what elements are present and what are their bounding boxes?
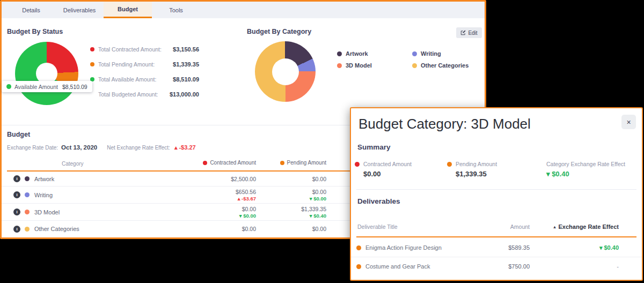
deliverable-title: Costume and Gear Pack bbox=[365, 263, 430, 270]
category-dot bbox=[25, 227, 30, 232]
summary-pending: Pending Amount $1,339.35 bbox=[447, 161, 497, 178]
legend-label: Total Pending Amount: bbox=[98, 61, 155, 68]
legend-label: Artwork bbox=[346, 50, 368, 57]
pending-amount: $1,339.35 bbox=[301, 206, 326, 212]
legend-row-available: Total Available Amount: $8,510.09 bbox=[90, 72, 199, 87]
summary-value: $0.00 bbox=[363, 170, 412, 178]
donut-hole bbox=[272, 58, 299, 85]
contracted-delta: ▴ -$3.67 bbox=[238, 196, 256, 202]
category-name: Artwork bbox=[34, 176, 54, 182]
edit-icon bbox=[460, 30, 466, 35]
category-name: 3D Model bbox=[34, 209, 60, 215]
tab-tools[interactable]: Tools bbox=[152, 2, 200, 18]
deliverable-dot bbox=[356, 245, 361, 250]
column-header-amount: Amount bbox=[510, 224, 530, 230]
contracted-delta: ▾ $0.00 bbox=[239, 213, 256, 219]
contracted-amount: $0.00 bbox=[242, 206, 256, 212]
pending-amount: $0.00 bbox=[312, 226, 326, 232]
tooltip-value: $8,510.09 bbox=[62, 84, 87, 90]
pending-delta: ▾ $0.40 bbox=[310, 213, 326, 219]
summary-value: $1,339.35 bbox=[456, 170, 497, 178]
pending-delta: ▾ $0.00 bbox=[310, 196, 326, 202]
table-header-underline bbox=[356, 236, 636, 237]
deliverable-effect: - bbox=[617, 263, 619, 270]
summary-title: Summary bbox=[357, 143, 391, 151]
legend-value: $1,339.35 bbox=[173, 61, 199, 68]
deliverable-row-enigma[interactable]: Enigma Action Figure Design $589.35 ▾ $0… bbox=[351, 239, 642, 257]
budget-table-title: Budget bbox=[7, 131, 30, 138]
category-dot bbox=[25, 192, 30, 197]
legend-item-3d-model: 3D Model bbox=[337, 62, 372, 69]
edit-button[interactable]: Edit bbox=[456, 27, 482, 38]
deliverable-dot bbox=[356, 264, 361, 269]
column-header-category: Category bbox=[62, 161, 84, 167]
category-name: Other Categories bbox=[34, 226, 79, 232]
pending-cell: $0.00 bbox=[312, 221, 326, 237]
column-header-contracted: Contracted Amount bbox=[203, 160, 256, 166]
legend-item-writing: Writing bbox=[412, 50, 441, 57]
info-icon[interactable]: i bbox=[13, 226, 20, 233]
category-donut-chart[interactable] bbox=[255, 41, 316, 102]
contracted-cell: $2,500.00 bbox=[231, 172, 256, 186]
tab-details[interactable]: Details bbox=[7, 2, 55, 18]
row-left: i 3D Model bbox=[13, 204, 60, 220]
legend-label: Total Available Amount: bbox=[98, 76, 156, 83]
legend-item-other-categories: Other Categories bbox=[412, 62, 469, 69]
summary-exchange-rate-effect: Category Exchange Rate Effect ▾ $0.40 bbox=[546, 161, 625, 178]
legend-row-contracted: Total Contracted Amount: $3,150.56 bbox=[90, 42, 199, 57]
deliverables-title: Deliverables bbox=[357, 197, 400, 205]
contracted-dot bbox=[355, 162, 360, 167]
legend-value: $8,510.09 bbox=[173, 76, 199, 83]
summary-contracted: Contracted Amount $0.00 bbox=[355, 161, 412, 178]
exchange-rate-date-label: Exchange Rate Date: bbox=[7, 145, 58, 151]
contracted-cell: $0.00 ▾ $0.00 bbox=[239, 204, 256, 220]
deliverable-title: Enigma Action Figure Design bbox=[365, 244, 442, 251]
legend-value: $13,000.00 bbox=[170, 91, 199, 98]
row-left: i Writing bbox=[13, 187, 53, 203]
tab-deliverables[interactable]: Deliverables bbox=[55, 2, 104, 18]
summary-label: Contracted Amount bbox=[363, 161, 412, 167]
deliverable-row-costume[interactable]: Costume and Gear Pack $750.00 - bbox=[351, 257, 642, 275]
writing-dot bbox=[412, 51, 417, 56]
available-dot bbox=[6, 84, 11, 89]
exchange-rate-line: Exchange Rate Date: Oct 13, 2020 Net Exc… bbox=[7, 144, 196, 151]
info-icon[interactable]: i bbox=[13, 191, 20, 198]
deliverables-table-header: Deliverable Title Amount ▴ Exchange Rate… bbox=[351, 224, 642, 231]
row-left: i Artwork bbox=[13, 172, 54, 186]
column-header-label: Contracted Amount bbox=[210, 160, 256, 166]
close-button[interactable]: × bbox=[621, 115, 636, 129]
net-effect-label: Net Exchange Rate Effect: bbox=[107, 145, 170, 151]
tooltip-label: Available Amount bbox=[14, 84, 58, 90]
status-donut-chart[interactable] bbox=[15, 42, 78, 105]
contracted-cell: $650.56 ▴ -$3.67 bbox=[236, 187, 256, 203]
edit-label: Edit bbox=[468, 30, 477, 36]
category-name: Writing bbox=[34, 192, 53, 198]
pending-dot bbox=[280, 161, 284, 165]
close-icon: × bbox=[626, 118, 631, 126]
column-header-label: Exchange Rate Effect bbox=[559, 224, 619, 230]
contracted-dot bbox=[203, 161, 207, 165]
artwork-dot bbox=[337, 51, 342, 56]
modal-divider bbox=[356, 189, 636, 190]
other-categories-dot bbox=[412, 63, 417, 68]
deliverable-amount: $589.35 bbox=[508, 244, 530, 251]
legend-value: $3,150.56 bbox=[173, 46, 199, 53]
contracted-cell: $0.00 bbox=[242, 221, 256, 237]
legend-label: 3D Model bbox=[346, 62, 372, 69]
legend-item-artwork: Artwork bbox=[337, 50, 368, 57]
status-legend: Total Contracted Amount: $3,150.56 Total… bbox=[90, 42, 199, 102]
category-dot bbox=[25, 210, 30, 214]
row-left: Enigma Action Figure Design bbox=[356, 239, 442, 257]
info-icon[interactable]: i bbox=[13, 208, 20, 215]
pending-amount: $0.00 bbox=[312, 189, 326, 195]
tab-budget[interactable]: Budget bbox=[104, 2, 152, 18]
status-section-title: Budget By Status bbox=[7, 28, 63, 35]
column-header-exchange-rate-effect[interactable]: ▴ Exchange Rate Effect bbox=[554, 224, 619, 230]
summary-value: ▾ $0.40 bbox=[546, 170, 625, 178]
row-left: Costume and Gear Pack bbox=[356, 257, 430, 275]
sort-ascending-icon: ▴ bbox=[554, 225, 556, 229]
contracted-amount: $650.56 bbox=[236, 189, 256, 195]
info-icon[interactable]: i bbox=[13, 175, 20, 182]
3d-model-dot bbox=[337, 63, 342, 68]
column-header-deliverable-title: Deliverable Title bbox=[357, 224, 398, 230]
